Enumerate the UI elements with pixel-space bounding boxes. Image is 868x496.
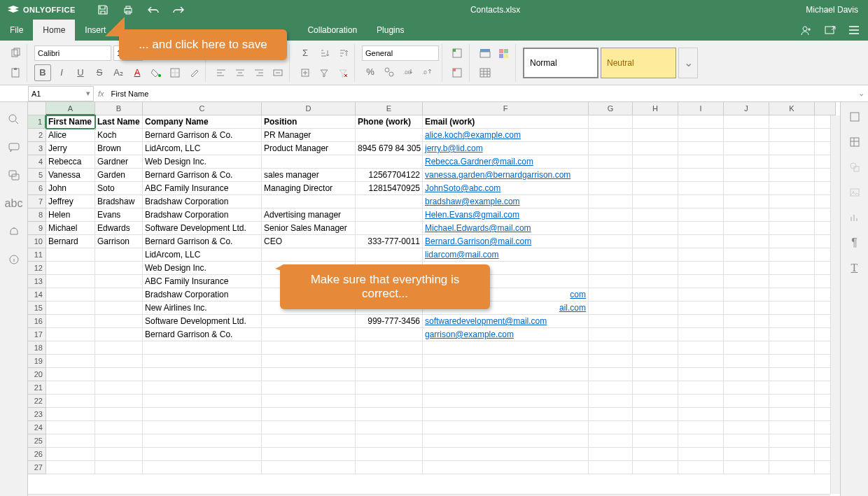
cell[interactable] [262,248,356,262]
cell[interactable] [262,328,356,341]
cell[interactable]: Software Development Ltd. [143,222,262,235]
cell[interactable]: Bernard Garrison & Co. [143,169,262,182]
cell[interactable]: Email (work) [423,115,589,129]
current-user[interactable]: Michael Davis [806,5,868,15]
cell[interactable] [262,461,356,474]
row-header[interactable]: 12 [28,262,46,275]
cell[interactable]: ABC Family Insurance [143,275,262,288]
cell[interactable] [143,381,262,395]
cell[interactable] [143,341,262,355]
cell[interactable]: bradshaw@example.com [423,195,589,208]
spellcheck-icon[interactable]: abc [6,196,22,211]
font-color-button[interactable]: A [129,64,146,81]
cell[interactable] [95,408,143,421]
cell[interactable] [356,341,423,355]
open-location-icon[interactable] [823,23,837,37]
cell[interactable] [143,421,262,434]
row-header[interactable]: 20 [28,368,46,381]
row-header[interactable]: 9 [28,222,46,235]
row-header[interactable]: 17 [28,328,46,341]
cell[interactable] [95,421,143,434]
cell-reference-box[interactable]: A1▾ [28,86,94,101]
cell[interactable] [262,381,356,395]
clear-filter-icon[interactable] [335,64,351,81]
cell[interactable]: jerry.b@lid.com [423,142,589,155]
share-icon[interactable] [799,23,813,37]
cell[interactable] [356,222,423,235]
column-header[interactable]: J [724,102,769,115]
cell[interactable]: Koch [95,129,143,142]
cell[interactable]: Position [262,115,356,129]
conditional-format-icon[interactable] [496,45,512,62]
align-right-icon[interactable] [251,64,267,81]
row-header[interactable]: 25 [28,434,46,448]
cell[interactable] [46,395,95,408]
cell[interactable] [46,328,95,341]
row-header[interactable]: 24 [28,421,46,434]
cell[interactable] [423,355,589,368]
cell[interactable] [95,355,143,368]
percent-icon[interactable]: % [362,64,379,80]
borders-button[interactable] [167,64,183,81]
cell[interactable]: Rebecca [46,155,95,169]
cell[interactable]: 12815470925 [356,182,423,195]
cell[interactable]: JohnSoto@abc.com [423,182,589,195]
cell[interactable] [423,368,589,381]
cell[interactable] [356,328,423,341]
cell[interactable]: Garrison [95,235,143,248]
cell[interactable] [143,395,262,408]
cell[interactable] [262,434,356,448]
cell[interactable] [143,461,262,474]
cell[interactable] [95,368,143,381]
table-template-icon[interactable] [477,45,493,62]
cell[interactable] [423,395,589,408]
cell[interactable] [95,461,143,474]
cell[interactable]: New Airlines Inc. [143,302,262,315]
cell[interactable]: 333-777-0011 [356,235,423,248]
row-header[interactable]: 27 [28,461,46,474]
menu-file[interactable]: File [0,20,33,41]
cell[interactable] [356,461,423,474]
cell[interactable] [143,434,262,448]
menu-home[interactable]: Home [33,20,75,41]
cell[interactable] [95,381,143,395]
cell[interactable]: garrison@example.com [423,328,589,341]
cell[interactable] [262,315,356,328]
cell[interactable] [356,381,423,395]
number-format-select[interactable] [362,45,439,61]
cell[interactable] [143,448,262,461]
chart-settings-icon[interactable] [847,210,862,225]
cell[interactable] [46,421,95,434]
comments-icon[interactable] [6,140,22,155]
cell[interactable]: PR Manager [262,129,356,142]
cell[interactable] [143,355,262,368]
cell[interactable]: CEO [262,235,356,248]
formula-input[interactable] [108,86,854,101]
column-header[interactable]: B [95,102,143,115]
cell[interactable]: Michael.Edwards@mail.com [423,222,589,235]
cell[interactable]: Helen.Evans@gmail.com [423,208,589,222]
search-icon[interactable] [6,112,22,127]
hamburger-icon[interactable] [847,23,861,37]
cell[interactable] [423,408,589,421]
cell[interactable]: Last Name [95,115,143,129]
cell[interactable]: Managing Director [262,182,356,195]
cell[interactable] [143,408,262,421]
bold-button[interactable]: B [34,64,51,81]
cell[interactable]: Bradshaw [95,195,143,208]
cell[interactable] [356,434,423,448]
cell[interactable] [356,355,423,368]
column-header[interactable]: C [143,102,262,115]
cell[interactable]: 12567704122 [356,169,423,182]
cell[interactable] [95,341,143,355]
cell[interactable] [423,448,589,461]
column-header[interactable]: G [589,102,633,115]
cell-style-neutral[interactable]: Neutral [601,48,676,78]
fx-icon[interactable]: fx [94,90,108,98]
insert-cells-icon[interactable] [449,45,466,62]
cell[interactable] [262,155,356,169]
save-icon[interactable] [97,3,109,16]
column-header[interactable]: F [423,102,589,115]
cell[interactable] [46,248,95,262]
italic-button[interactable]: I [53,64,70,81]
